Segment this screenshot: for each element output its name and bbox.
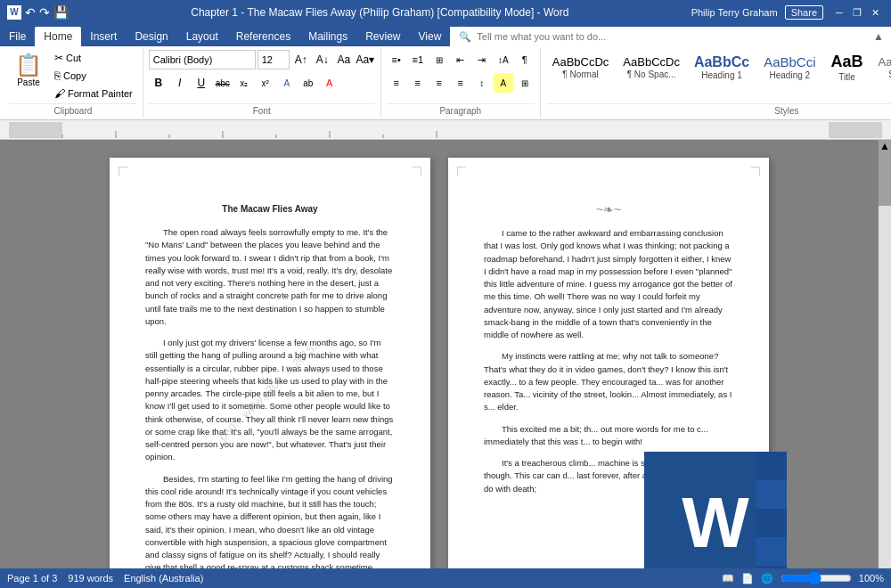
cut-icon: ✂ [54, 52, 63, 64]
line-spacing-button[interactable]: ↕ [472, 73, 492, 93]
tab-file[interactable]: File [0, 27, 35, 46]
italic-button[interactable]: I [170, 73, 190, 93]
superscript-button[interactable]: x² [256, 73, 275, 93]
style-title[interactable]: AaB Title [824, 50, 871, 85]
tab-mailings[interactable]: Mailings [299, 27, 356, 46]
print-layout-button[interactable]: 📄 [741, 573, 754, 584]
style-normal-preview: AaBbCcDc [552, 55, 609, 69]
font-size-input[interactable] [257, 50, 290, 69]
change-case-button[interactable]: Aa▾ [356, 50, 375, 69]
ribbon-tabs: File Home Insert Design Layout Reference… [0, 25, 891, 46]
style-subtitle[interactable]: AaBbCcC Subtitle [872, 53, 892, 82]
paragraph-top-row: ≡• ≡1 ⊞ ⇤ ⇥ ↕A ¶ [387, 50, 535, 69]
font-color-button[interactable]: A [320, 73, 339, 93]
logo-stripe-2 [756, 480, 787, 509]
tab-design[interactable]: Design [126, 27, 176, 46]
user-name: Philip Terry Graham [691, 7, 778, 18]
styles-gallery: AaBbCcDc ¶ Normal AaBbCcDc ¶ No Spac... … [546, 50, 891, 85]
numbering-button[interactable]: ≡1 [408, 50, 428, 69]
align-right-button[interactable]: ≡ [429, 73, 449, 93]
increase-indent-button[interactable]: ⇥ [472, 50, 492, 69]
font-name-input[interactable] [149, 50, 256, 69]
ribbon-collapse-button[interactable]: ▲ [873, 30, 884, 43]
quick-access-redo[interactable]: ↷ [39, 5, 50, 20]
read-mode-button[interactable]: 📖 [722, 573, 734, 584]
style-subtitle-preview: AaBbCcC [879, 55, 892, 69]
align-center-button[interactable]: ≡ [408, 73, 428, 93]
copy-icon: ⎘ [54, 69, 61, 82]
tab-references[interactable]: References [227, 27, 299, 46]
shading-button[interactable]: A [494, 73, 513, 93]
scroll-thumb[interactable] [879, 152, 891, 206]
tab-home[interactable]: Home [35, 27, 81, 46]
paragraph-group-content: ≡• ≡1 ⊞ ⇤ ⇥ ↕A ¶ ≡ ≡ ≡ ≡ ↕ A ⊞ [387, 50, 535, 102]
styles-group: AaBbCcDc ¶ Normal AaBbCcDc ¶ No Spac... … [541, 48, 891, 118]
highlight-color-button[interactable]: ab [298, 73, 318, 93]
tab-insert[interactable]: Insert [81, 27, 126, 46]
ribbon-right: ▲ [866, 27, 891, 46]
minimize-button[interactable]: ─ [830, 4, 848, 21]
borders-button[interactable]: ⊞ [515, 73, 535, 93]
word-count: 919 words [68, 573, 113, 584]
share-button[interactable]: Share [785, 5, 823, 20]
show-hide-button[interactable]: ¶ [515, 50, 535, 69]
strikethrough-button[interactable]: abc [213, 73, 233, 93]
shrink-font-button[interactable]: A↓ [313, 50, 332, 69]
grow-font-button[interactable]: A↑ [291, 50, 311, 69]
clear-formatting-button[interactable]: Aa [334, 50, 354, 69]
style-normal-label: ¶ Normal [562, 69, 598, 79]
quick-access-undo[interactable]: ↶ [25, 5, 36, 20]
style-no-spacing-preview: AaBbCcDc [623, 55, 680, 69]
align-left-button[interactable]: ≡ [387, 73, 406, 93]
format-painter-button[interactable]: 🖌 Format Painter [50, 86, 137, 102]
scroll-track[interactable] [879, 152, 891, 584]
style-heading2-label: Heading 2 [770, 70, 811, 80]
status-left: Page 1 of 3 919 words English (Australia… [7, 573, 203, 584]
bold-button[interactable]: B [149, 73, 168, 93]
clipboard-group: 📋 Paste ✂ Cut ⎘ Copy 🖌 Format Painter Cl… [4, 48, 143, 118]
ribbon-search-input[interactable] [471, 27, 614, 46]
bullets-button[interactable]: ≡• [387, 50, 406, 69]
quick-access-save[interactable]: 💾 [53, 5, 69, 20]
page-1-para-1: The open road always feels sorrowfully e… [145, 226, 395, 328]
text-effects-button[interactable]: A [277, 73, 297, 93]
page-1: The Macaw Flies Away The open road alway… [110, 158, 430, 588]
paste-button[interactable]: 📋 Paste [9, 50, 48, 90]
status-right: 📖 📄 🌐 100% [722, 571, 884, 585]
restore-button[interactable]: ❐ [848, 4, 866, 21]
tab-view[interactable]: View [410, 27, 451, 46]
style-heading1[interactable]: AaBbCc Heading 1 [688, 51, 756, 83]
style-heading2[interactable]: AaBbCci Heading 2 [757, 52, 822, 83]
subscript-button[interactable]: x₂ [234, 73, 254, 93]
font-label: Font [149, 103, 375, 116]
style-no-spacing[interactable]: AaBbCcDc ¶ No Spac... [617, 53, 686, 82]
style-normal[interactable]: AaBbCcDc ¶ Normal [546, 53, 616, 82]
page-1-title: The Macaw Flies Away [145, 202, 395, 216]
underline-button[interactable]: U [192, 73, 211, 93]
page-container[interactable]: The Macaw Flies Away The open road alway… [0, 140, 879, 588]
zoom-slider[interactable] [781, 571, 852, 585]
cut-button[interactable]: ✂ Cut [50, 50, 137, 66]
window-controls: ─ ❐ ✕ [830, 4, 884, 21]
multilevel-list-button[interactable]: ⊞ [429, 50, 449, 69]
title-bar-right: Philip Terry Graham Share ─ ❐ ✕ [691, 4, 884, 21]
style-heading2-preview: AaBbCci [764, 54, 815, 70]
web-layout-button[interactable]: 🌐 [761, 573, 773, 584]
style-no-spacing-label: ¶ No Spac... [627, 69, 676, 79]
copy-button[interactable]: ⎘ Copy [50, 68, 137, 84]
tab-layout[interactable]: Layout [177, 27, 227, 46]
ruler [0, 120, 891, 140]
scroll-up-button[interactable]: ▲ [879, 140, 891, 152]
corner-mark-tl [119, 167, 127, 176]
decrease-indent-button[interactable]: ⇤ [451, 50, 470, 69]
paragraph-bottom-row: ≡ ≡ ≡ ≡ ↕ A ⊞ [387, 73, 535, 93]
search-area: 🔍 [450, 27, 866, 46]
styles-label: Styles [546, 103, 891, 116]
tab-review[interactable]: Review [356, 27, 409, 46]
paragraph-label: Paragraph [387, 103, 535, 116]
justify-button[interactable]: ≡ [451, 73, 470, 93]
close-button[interactable]: ✕ [866, 4, 884, 21]
sort-button[interactable]: ↕A [494, 50, 513, 69]
window-title: Chapter 1 - The Macaw Flies Away (Philip… [69, 6, 691, 19]
vertical-scrollbar[interactable]: ▲ ▼ [879, 140, 891, 588]
